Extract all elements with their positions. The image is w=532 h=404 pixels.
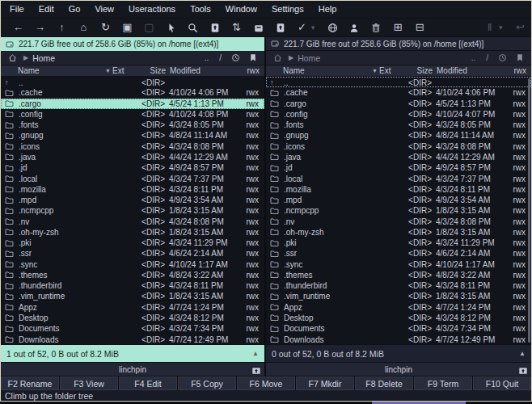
menu-useractions[interactable]: Useractions [121, 1, 183, 18]
file-row[interactable]: .fonts<DIR>4/3/24 8:05 PMrwx [1, 120, 264, 130]
undo-icon[interactable]: ↩ [514, 19, 526, 36]
file-row[interactable]: .jd<DIR>4/9/24 8:57 PMrwx [266, 162, 531, 173]
root-dir-button[interactable]: / [216, 53, 225, 62]
file-row[interactable]: Desktop<DIR>4/3/24 8:12 PMrwx [266, 313, 531, 323]
breadcrumb[interactable]: Home [32, 53, 55, 63]
globe-icon[interactable] [327, 19, 338, 36]
back-icon[interactable]: ← [13, 19, 24, 36]
menu-tools[interactable]: Tools [183, 1, 218, 18]
file-row[interactable]: .cargo<DIR>4/5/24 1:13 PMrwx [266, 99, 531, 109]
file-row[interactable]: .themes<DIR>4/8/24 3:22 AMrwx [1, 270, 264, 280]
tab-linchpin[interactable]: linchpin [1, 365, 264, 374]
file-row[interactable]: Appz<DIR>4/7/24 1:24 PMrwx [1, 302, 264, 313]
search-icon[interactable] [188, 19, 199, 36]
file-row[interactable]: .icons<DIR>4/3/24 8:08 PMrwx [1, 141, 264, 152]
column-header-modified[interactable]: Modified [166, 66, 235, 75]
parent-dir-button[interactable]: .. [201, 53, 213, 62]
column-header-rwx[interactable]: rwx [235, 66, 261, 75]
file-row[interactable]: Appz<DIR>4/7/24 1:24 PMrwx [266, 302, 531, 313]
file-row[interactable]: ↑..<DIR> [1, 77, 264, 87]
pause-dropdown-icon[interactable]: ▾ [497, 19, 504, 36]
file-row[interactable]: .nv<DIR>4/3/24 8:08 PMrwx [1, 216, 264, 226]
f5-copy-button[interactable]: F5 Copy [178, 377, 236, 390]
file-row[interactable]: ↑..<DIR> [266, 77, 531, 87]
archive-icon[interactable] [253, 19, 264, 36]
file-row[interactable]: .mozilla<DIR>4/3/24 8:11 PMrwx [266, 184, 531, 195]
detach-tab-icon[interactable] [251, 364, 261, 379]
bookmark-icon[interactable] [249, 53, 257, 62]
home-icon[interactable]: ⌂ [78, 19, 90, 36]
up-icon[interactable]: ↑ [57, 19, 68, 36]
pointer-icon[interactable] [166, 19, 177, 36]
tab-linchpin[interactable]: linchpin [266, 365, 531, 374]
bookmark-icon[interactable] [516, 53, 524, 62]
file-export-icon[interactable] [275, 19, 286, 36]
file-row[interactable]: .pki<DIR>4/3/24 11:29 PMrwx [266, 238, 531, 248]
left-disk-info-bar[interactable]: 221.7 GiB free out of 258.6 GiB (85%) on… [1, 37, 264, 51]
forward-icon[interactable]: → [35, 19, 46, 36]
file-row[interactable]: .vim_runtime<DIR>1/8/24 3:15 AMrwx [1, 291, 264, 301]
refresh-icon[interactable]: ↻ [100, 19, 112, 36]
file-row[interactable]: Documents<DIR>4/3/24 7:34 PMrwx [1, 323, 264, 334]
f3-view-button[interactable]: F3 View [60, 377, 118, 390]
remove-box-icon[interactable]: ⊟ [414, 19, 425, 36]
sync-icon[interactable]: ⇅ [231, 19, 243, 36]
column-header-size[interactable]: Size [130, 66, 166, 75]
file-row[interactable]: .thunderbird<DIR>4/3/24 8:11 PMrwx [1, 280, 264, 291]
file-row[interactable]: .ssr<DIR>4/6/24 2:14 AMrwx [1, 248, 264, 259]
file-row[interactable]: .pki<DIR>4/3/24 11:29 PMrwx [1, 238, 264, 248]
file-row[interactable]: .java<DIR>4/4/24 12:29 AMrwx [266, 152, 531, 162]
file-row[interactable]: .mozilla<DIR>4/3/24 8:11 PMrwx [1, 184, 264, 195]
file-row[interactable]: .sync<DIR>4/10/24 1:17 AMrwx [266, 259, 531, 270]
user-icon[interactable] [348, 19, 360, 36]
history-icon[interactable] [231, 53, 240, 62]
collapse-arrow-icon[interactable]: ▲ [519, 350, 526, 357]
file-row[interactable]: .cache<DIR>4/10/24 4:06 PMrwx [1, 87, 264, 98]
file-row[interactable]: Desktop<DIR>4/3/24 8:12 PMrwx [1, 313, 264, 323]
home-icon[interactable] [8, 53, 17, 62]
select-all-icon[interactable]: ▣ [122, 19, 133, 36]
file-row[interactable]: .gnupg<DIR>4/8/24 11:14 AMrwx [1, 130, 264, 141]
file-row[interactable]: .ssr<DIR>4/6/24 2:14 AMrwx [266, 248, 531, 259]
f9-term-button[interactable]: F9 Term [414, 377, 472, 390]
file-add-icon[interactable] [209, 19, 221, 36]
menu-help[interactable]: Help [311, 1, 344, 18]
file-row[interactable]: .icons<DIR>4/3/24 8:08 PMrwx [266, 141, 531, 152]
collapse-arrow-icon[interactable]: ▲ [252, 350, 259, 357]
file-row[interactable]: .themes<DIR>4/8/24 3:22 AMrwx [266, 270, 531, 280]
file-row[interactable]: .local<DIR>4/3/24 7:37 PMrwx [1, 173, 264, 183]
column-header-name[interactable]: Name▼ [18, 66, 112, 75]
file-row[interactable]: .ncmpcpp<DIR>1/8/24 3:15 AMrwx [266, 205, 531, 216]
file-row[interactable]: .vim_runtime<DIR>1/8/24 3:15 AMrwx [266, 291, 531, 301]
file-row[interactable]: .thunderbird<DIR>4/3/24 8:11 PMrwx [266, 280, 531, 291]
confirm-dropdown-icon[interactable]: ▾ [310, 19, 316, 36]
file-row[interactable]: .jd<DIR>4/9/24 8:57 PMrwx [1, 162, 264, 173]
column-header-size[interactable]: Size [397, 66, 433, 75]
file-row[interactable]: .cache<DIR>4/10/24 4:06 PMrwx [266, 87, 531, 98]
history-icon[interactable] [498, 53, 507, 62]
file-row[interactable]: .mpd<DIR>4/9/24 3:54 AMrwx [266, 195, 531, 205]
file-row[interactable]: .nv<DIR>4/3/24 8:08 PMrwx [266, 216, 531, 226]
add-box-icon[interactable]: ⊞ [392, 19, 403, 36]
file-row[interactable]: Documents<DIR>4/3/24 7:34 PMrwx [266, 323, 531, 334]
f6-move-button[interactable]: F6 Move [237, 377, 295, 390]
f8-delete-button[interactable]: F8 Delete [355, 377, 413, 390]
column-header-ext[interactable]: Ext [112, 66, 130, 75]
column-header-ext[interactable]: Ext [379, 66, 397, 75]
deselect-all-icon[interactable]: ▢ [144, 19, 155, 36]
file-row[interactable]: .config<DIR>4/10/24 4:07 PMrwx [266, 109, 531, 120]
breadcrumb[interactable]: Home [298, 53, 320, 63]
file-row[interactable]: Downloads<DIR>4/7/24 12:49 PMrwx [1, 334, 264, 344]
file-row[interactable]: .local<DIR>4/3/24 7:37 PMrwx [266, 173, 531, 183]
file-row[interactable]: Downloads<DIR>4/7/24 12:49 PMrwx [266, 334, 531, 344]
file-row[interactable]: .cargo<DIR>4/5/24 1:13 PMrwx [1, 99, 264, 109]
trash-icon[interactable] [370, 19, 382, 36]
detach-tab-icon[interactable] [518, 364, 528, 379]
menu-view[interactable]: View [87, 1, 121, 18]
menu-settings[interactable]: Settings [264, 1, 311, 18]
file-row[interactable]: .java<DIR>4/4/24 12:29 AMrwx [1, 152, 264, 162]
menu-edit[interactable]: Edit [32, 1, 61, 18]
pause-icon[interactable]: ‖ [484, 19, 496, 36]
file-row[interactable]: .oh-my-zsh<DIR>1/8/24 3:15 AMrwx [266, 227, 531, 238]
file-row[interactable]: .oh-my-zsh<DIR>1/8/24 3:15 AMrwx [1, 227, 264, 238]
